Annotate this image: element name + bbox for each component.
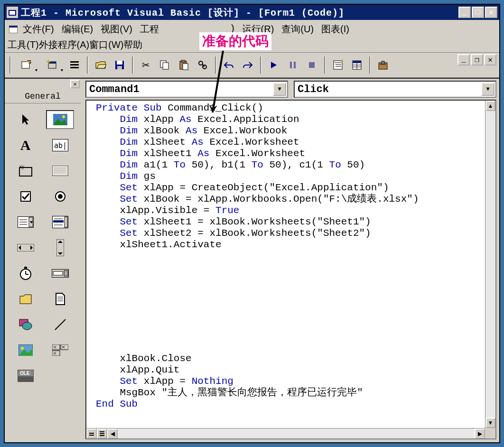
image-tool[interactable]	[11, 341, 39, 360]
mdi-minimize-button[interactable]: _	[457, 54, 470, 65]
scroll-track[interactable]	[485, 111, 495, 418]
svg-rect-84	[100, 435, 104, 436]
toolbox-panel: ✕ General A ab| xy	[5, 79, 81, 442]
svg-rect-64	[53, 271, 63, 275]
combobox-tool[interactable]	[11, 213, 39, 232]
hscrollbar-tool[interactable]	[11, 238, 39, 257]
dirlistbox-tool[interactable]	[11, 289, 39, 308]
menu-tools[interactable]: 工具(T)	[8, 38, 39, 51]
horizontal-scrollbar[interactable]: ◀ ▶	[86, 428, 485, 438]
scroll-right-button[interactable]: ▶	[475, 428, 485, 439]
frame-tool[interactable]: xy	[11, 161, 39, 180]
maximize-button[interactable]: □	[472, 7, 484, 18]
timer-tool[interactable]	[11, 264, 39, 283]
toolbox-close-button[interactable]: ✕	[70, 80, 80, 88]
menu-project[interactable]: 工程	[136, 21, 163, 37]
menu-window[interactable]: 窗口(W)	[89, 38, 123, 51]
menu-editor-button[interactable]	[66, 56, 83, 74]
add-form-button[interactable]	[40, 56, 64, 74]
svg-rect-82	[100, 431, 104, 432]
find-button[interactable]	[194, 56, 211, 74]
object-combo[interactable]: Command1 ▼	[85, 81, 288, 98]
menu-edit[interactable]: 编辑(E)	[58, 21, 97, 37]
svg-rect-12	[117, 66, 122, 69]
minimize-button[interactable]: _	[458, 7, 471, 18]
add-project-button[interactable]	[15, 56, 38, 74]
svg-text:xy: xy	[19, 165, 24, 169]
toolbox-header[interactable]: General	[5, 89, 81, 103]
menu-addins[interactable]: 外接程序(A)	[39, 38, 90, 51]
svg-rect-14	[163, 63, 168, 69]
titlebar: 工程1 - Microsoft Visual Basic [设计] - [For…	[5, 5, 499, 20]
svg-rect-83	[100, 433, 104, 434]
line-tool[interactable]	[46, 315, 74, 334]
full-module-view-button[interactable]	[97, 428, 107, 439]
open-button[interactable]	[92, 56, 109, 74]
event-combo-dropdown[interactable]: ▼	[481, 83, 495, 96]
toolbox-grid: A ab| xy OLE	[5, 103, 81, 392]
vscrollbar-tool[interactable]	[46, 238, 74, 257]
label-tool[interactable]: A	[11, 136, 39, 155]
cut-button[interactable]: ✂	[137, 56, 154, 74]
commandbutton-tool[interactable]	[46, 161, 74, 180]
code-text[interactable]: Private Sub Command1_Click() Dim xlApp A…	[86, 101, 495, 412]
scroll-up-button[interactable]: ▲	[485, 101, 495, 111]
svg-rect-78	[18, 376, 34, 382]
mdi-close-button[interactable]: ✕	[484, 54, 496, 65]
svg-text:OLE: OLE	[20, 371, 30, 376]
project-explorer-button[interactable]	[329, 56, 346, 74]
picturebox-tool[interactable]	[46, 110, 74, 129]
code-editor[interactable]: Private Sub Command1_Click() Dim xlApp A…	[85, 100, 496, 439]
svg-rect-16	[181, 60, 185, 62]
undo-button[interactable]	[220, 56, 237, 74]
svg-rect-3	[9, 26, 18, 28]
svg-rect-75	[61, 345, 68, 350]
vertical-scrollbar[interactable]: ▲ ▼	[485, 101, 495, 428]
toolbar: ✂	[5, 52, 499, 78]
scroll-corner	[485, 428, 495, 438]
menu-diagram[interactable]: 图表(I)	[317, 21, 353, 37]
code-window: Command1 ▼ Click ▼ Private Sub Command1_…	[81, 79, 499, 442]
stop-button[interactable]	[303, 56, 320, 74]
menu-query[interactable]: 查询(U)	[278, 21, 317, 37]
form-icon	[8, 21, 19, 37]
menu-view[interactable]: 视图(V)	[97, 21, 136, 37]
filelistbox-tool[interactable]	[46, 289, 74, 308]
main-window: 工程1 - Microsoft Visual Basic [设计] - [For…	[4, 4, 500, 443]
properties-button[interactable]	[348, 56, 365, 74]
shape-tool[interactable]	[11, 315, 39, 334]
redo-button[interactable]	[239, 56, 256, 74]
copy-button[interactable]	[156, 56, 173, 74]
mdi-restore-button[interactable]: ❐	[471, 54, 483, 65]
optionbutton-tool[interactable]	[46, 187, 74, 206]
save-button[interactable]	[111, 56, 128, 74]
svg-rect-29	[353, 61, 361, 63]
object-combo-dropdown[interactable]: ▼	[273, 83, 286, 96]
pause-button[interactable]	[284, 56, 301, 74]
pointer-tool[interactable]	[11, 110, 39, 129]
svg-point-37	[62, 115, 65, 118]
paste-button[interactable]	[175, 56, 192, 74]
data-tool[interactable]	[46, 341, 74, 360]
textbox-tool[interactable]: ab|	[46, 136, 74, 155]
ole-tool[interactable]: OLE	[11, 366, 39, 385]
svg-rect-4	[22, 62, 29, 68]
svg-text:ab|: ab|	[54, 141, 67, 150]
scroll-left-button[interactable]: ◀	[107, 428, 118, 439]
toolbox-button[interactable]	[374, 56, 392, 74]
mdi-controls: _ ❐ ✕	[457, 54, 496, 65]
start-button[interactable]	[265, 56, 282, 74]
toolbox-titlebar: ✕	[5, 79, 81, 89]
close-button[interactable]: ✕	[485, 7, 497, 18]
procedure-view-button[interactable]	[86, 428, 97, 439]
svg-line-71	[55, 319, 65, 330]
scroll-down-button[interactable]: ▼	[485, 418, 495, 428]
menu-file[interactable]: 文件(F)	[19, 21, 58, 37]
menu-help[interactable]: 帮助	[123, 38, 142, 51]
checkbox-tool[interactable]	[11, 187, 39, 206]
drivelistbox-tool[interactable]	[46, 264, 74, 283]
event-combo[interactable]: Click ▼	[294, 81, 496, 98]
hscroll-track[interactable]	[118, 428, 475, 438]
svg-rect-74	[52, 345, 60, 350]
listbox-tool[interactable]	[46, 213, 74, 232]
